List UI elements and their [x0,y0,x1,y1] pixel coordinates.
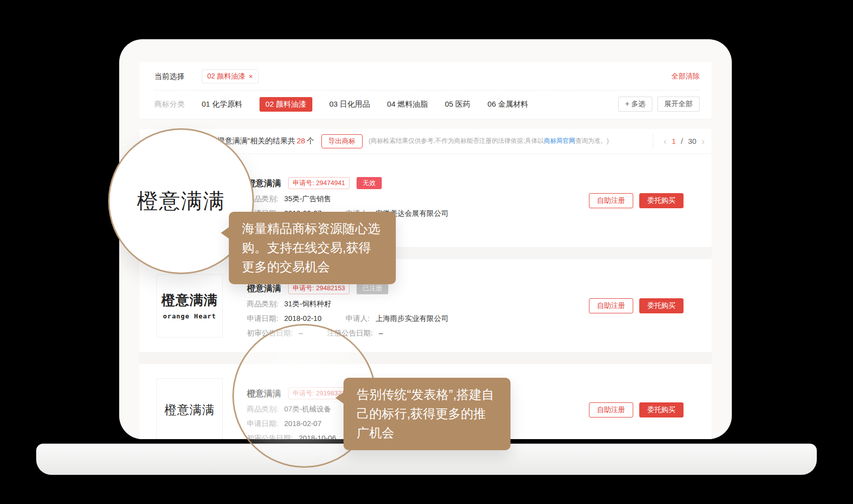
dashed-divider [154,90,700,91]
category-tab-3[interactable]: 03 日化用品 [329,97,370,112]
category-label: 商标分类 [154,100,185,109]
remove-tag-icon[interactable]: × [248,72,252,80]
selected-filter-tag[interactable]: 02 颜料油漆 × [202,69,259,83]
application-number-value: 29482153 [316,284,345,292]
entrust-purchase-button[interactable]: 委托购买 [639,193,684,208]
field-value: 2018-02-10 [284,314,321,322]
disclaimer-pre: (商标检索结果仅供参考,不作为商标能否注册的法律依据;具体以 [369,137,544,144]
category-tab-6[interactable]: 06 金属材料 [487,97,528,112]
page-background: 当前选择 02 颜料油漆 × 全部清除 商标分类 01 化学原料 02 颜料油漆… [0,0,853,504]
trademark-image-subtext: orange Heart [163,312,216,320]
table-row: 橙意满满 orange Heart 橙意满满 申请号: 29482153 已注册… [139,259,712,352]
category-tab-5[interactable]: 05 医药 [445,97,470,112]
trademark-image-text: 橙意满满 [164,402,215,418]
next-page-icon[interactable]: › [702,136,705,146]
filter-actions: + 多选 展开全部 [618,97,700,112]
applicant-field: 申请人:上海雨步实业有限公司 [346,314,449,323]
category-tab-2-selected[interactable]: 02 颜料油漆 [260,97,312,112]
disclaimer-text: (商标检索结果仅供参考,不作为商标能否注册的法律依据;具体以商标局官网查询为准。… [369,137,609,145]
trademark-image: 橙意满满 [156,378,223,439]
clear-all-button[interactable]: 全部清除 [671,72,700,81]
field-label: 商品类别: [247,300,278,308]
field-value: – [379,329,383,337]
row-actions: 自助注册 委托购买 [589,402,684,417]
row-actions: 自助注册 委托购买 [589,298,684,313]
field-line: 商品类别:35类-广告销售 [247,194,589,204]
export-trademarks-button[interactable]: 导出商标 [321,134,363,148]
field-line: 申请日期:2018-02-10 申请人:上海雨步实业有限公司 [247,314,589,323]
category-tab-4[interactable]: 04 燃料油脂 [387,97,428,112]
category-tab-1[interactable]: 01 化学原料 [202,97,242,112]
category-tabs: 01 化学原料 02 颜料油漆 03 日化用品 04 燃料油脂 05 医药 06… [202,97,528,112]
row-actions: 自助注册 委托购买 [589,193,684,208]
self-register-button[interactable]: 自助注册 [589,193,633,208]
current-selection-label: 当前选择 [154,72,185,81]
pagination: ‹ 1 / 30 › [653,134,705,149]
field-value: 31类-饲料种籽 [284,300,331,308]
category-field: 商品类别:35类-广告销售 [247,194,331,204]
callout-tooltip: 告别传统“发表格”,搭建自己的标行,获得更多的推广机会 [344,378,510,450]
application-number-chip: 申请号: 29474941 [288,177,350,189]
field-label: 申请人: [346,314,370,322]
row-title-line: 橙意满满 申请号: 29474941 无效 [247,177,589,189]
filter-panel: 当前选择 02 颜料油漆 × 全部清除 商标分类 01 化学原料 02 颜料油漆… [139,62,712,119]
field-value: 上海雨步实业有限公司 [376,314,449,322]
self-register-button[interactable]: 自助注册 [589,402,633,417]
status-badge: 无效 [357,177,382,189]
entrust-purchase-button[interactable]: 委托购买 [639,298,684,313]
prev-page-icon[interactable]: ‹ [663,136,666,146]
results-count: 28 [297,136,305,145]
disclaimer-post: 查询为准。) [575,137,609,144]
magnified-trademark-text: 橙意满满 [137,187,225,215]
field-label: 申请日期: [247,314,278,322]
current-page: 1 [671,137,675,145]
application-number-label: 申请号: [293,284,314,292]
self-register-button[interactable]: 自助注册 [589,298,633,313]
page-separator: / [681,137,683,145]
trademark-image-text: 橙意满满 [161,291,218,309]
selected-filter-tag-text: 02 颜料油漆 [207,72,245,81]
application-number-value: 29474941 [316,179,345,187]
entrust-purchase-button[interactable]: 委托购买 [639,402,684,417]
current-selection-row: 当前选择 02 颜料油漆 × 全部清除 [154,69,700,83]
trademark-image: 橙意满满 orange Heart [156,274,223,338]
multi-select-button[interactable]: + 多选 [618,97,652,112]
total-pages: 30 [688,137,697,145]
trademark-office-link[interactable]: 商标局官网 [544,137,575,144]
field-line: 商品类别:31类-饲料种籽 [247,299,589,309]
category-field: 商品类别:31类-饲料种籽 [247,299,331,309]
results-count-suffix: 个 [307,136,314,145]
callout-tooltip: 海量精品商标资源随心选购。支持在线交易,获得更多的交易机会 [229,212,396,284]
expand-all-button[interactable]: 展开全部 [657,97,700,112]
category-row: 商标分类 01 化学原料 02 颜料油漆 03 日化用品 04 燃料油脂 05 … [154,97,700,112]
apply-date-field: 申请日期:2018-02-10 [247,314,321,323]
application-number-label: 申请号: [293,179,314,187]
field-value: 35类-广告销售 [284,195,331,203]
